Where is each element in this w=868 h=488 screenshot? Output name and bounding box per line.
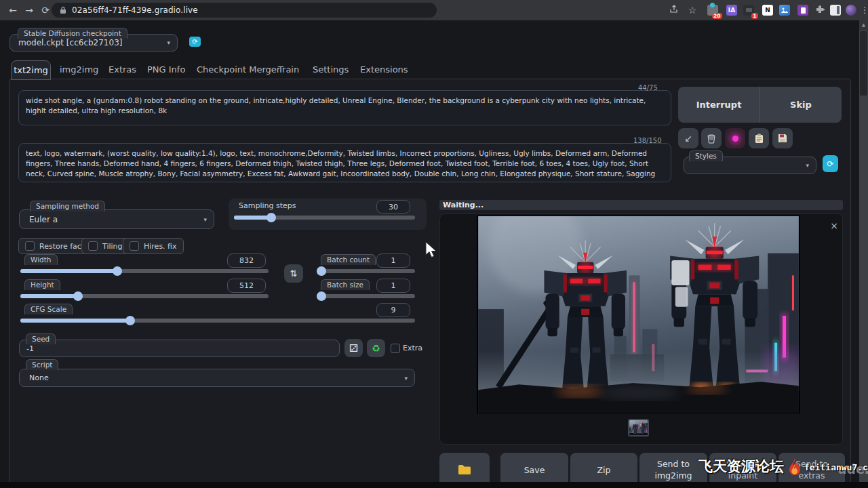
styles-label: Styles	[689, 150, 723, 161]
watermark-forum-text: 飞天资源论坛	[698, 457, 784, 476]
height-input[interactable]: 512	[227, 279, 266, 293]
sampling-steps-input[interactable]: 30	[376, 200, 410, 214]
scroll-up-icon[interactable]: ▲	[859, 20, 868, 30]
seed-extra-checkbox[interactable]	[391, 344, 400, 353]
tiling-label: Tiling	[102, 242, 123, 251]
sampling-steps-slider[interactable]	[234, 216, 415, 220]
extensions-puzzle-icon[interactable]	[814, 5, 825, 16]
save-style-button[interactable]	[772, 128, 793, 148]
width-slider[interactable]	[20, 269, 269, 273]
tab-extensions[interactable]: Extensions	[360, 64, 408, 75]
extension-image-icon[interactable]	[779, 5, 790, 16]
tab-extras[interactable]: Extras	[108, 64, 136, 75]
recycle-icon: ♻	[372, 343, 380, 354]
trash-icon	[707, 134, 716, 144]
slider-thumb[interactable]	[317, 266, 326, 276]
negative-token-counter: 138/150	[633, 137, 662, 144]
tab-checkpoint-merger[interactable]: Checkpoint Merger	[197, 64, 280, 75]
extension-ia-icon[interactable]: IA	[726, 5, 737, 16]
gallery-thumbnail[interactable]	[628, 419, 649, 436]
styles-refresh-button[interactable]: ⟳	[823, 155, 838, 172]
profile-avatar[interactable]	[846, 5, 856, 16]
slider-thumb[interactable]	[73, 291, 83, 301]
floppy-icon	[778, 134, 787, 143]
apply-style-button[interactable]	[749, 128, 769, 148]
tab-train[interactable]: Train	[278, 64, 299, 75]
generated-image[interactable]	[477, 216, 800, 413]
tiling-checkbox[interactable]	[88, 241, 98, 251]
screen: ← → ⟳ 02a56ff4-71ff-439e.gradio.live ☆ 2…	[0, 0, 868, 488]
tab-png-info[interactable]: PNG Info	[147, 64, 185, 75]
extra-networks-button[interactable]	[725, 128, 745, 148]
reuse-seed-button[interactable]: ♻	[367, 339, 385, 357]
checkpoint-value: model.ckpt [cc6cb27103]	[18, 38, 122, 47]
negative-prompt-input[interactable]: text, logo, watermark, (worst quality, l…	[18, 143, 671, 182]
progress-status-text: Waiting...	[443, 201, 484, 209]
prompt-input[interactable]: wide shot angle, a (gundam:0.8) robot st…	[18, 90, 671, 125]
slider-thumb[interactable]	[317, 291, 326, 301]
close-icon[interactable]: ×	[829, 220, 840, 231]
bookmark-star-icon[interactable]: ☆	[685, 3, 700, 18]
sampling-method-dropdown[interactable]: Euler a ▾	[19, 209, 214, 229]
prompt-token-counter: 44/75	[638, 84, 658, 92]
overflow-menu-icon[interactable]: ⋮	[857, 3, 868, 18]
restore-faces-checkbox[interactable]	[25, 241, 35, 251]
height-slider[interactable]	[20, 294, 269, 298]
back-icon[interactable]: ←	[5, 3, 20, 18]
tab-settings[interactable]: Settings	[313, 64, 349, 75]
extension-notion-icon[interactable]: N	[762, 5, 773, 16]
refresh-icon: ⟳	[192, 38, 197, 45]
width-input[interactable]: 832	[227, 253, 266, 268]
checkpoint-refresh-button[interactable]: ⟳	[189, 37, 201, 47]
slider-thumb[interactable]	[267, 213, 276, 222]
seed-value: -1	[26, 344, 34, 353]
chevron-down-icon: ▾	[167, 39, 170, 46]
browser-toolbar: ← → ⟳ 02a56ff4-71ff-439e.gradio.live ☆ 2…	[0, 0, 868, 20]
share-icon[interactable]	[667, 3, 682, 18]
extension-pin-badge: 20	[712, 13, 722, 19]
cfg-scale-label: CFG Scale	[24, 304, 73, 314]
seed-input[interactable]: -1	[19, 340, 340, 357]
batch-size-slider[interactable]	[317, 294, 415, 298]
generate-button-group: Interrupt Skip	[678, 87, 842, 123]
clear-prompt-button[interactable]	[701, 128, 722, 148]
height-label: Height	[24, 279, 60, 290]
folder-icon	[458, 464, 471, 475]
script-dropdown[interactable]: None ▾	[19, 369, 415, 387]
url-text: 02a56ff4-71ff-439e.gradio.live	[72, 5, 198, 15]
batch-count-slider[interactable]	[317, 269, 415, 273]
interrupt-button[interactable]: Interrupt	[678, 87, 760, 123]
tab-txt2img[interactable]: txt2img	[11, 60, 51, 80]
lock-icon	[60, 6, 66, 14]
scrollbar-thumb[interactable]	[860, 31, 867, 96]
tiling-option[interactable]: Tiling	[81, 238, 130, 254]
chevron-down-icon: ▾	[404, 375, 408, 382]
hires-fix-label: Hires. fix	[144, 242, 177, 251]
chevron-down-icon: ▾	[806, 162, 809, 169]
address-bar[interactable]: 02a56ff4-71ff-439e.gradio.live	[52, 3, 437, 18]
seed-label: Seed	[26, 333, 56, 344]
batch-size-input[interactable]: 1	[376, 279, 410, 293]
clipboard-icon	[755, 134, 764, 144]
random-seed-button[interactable]: ⚂	[344, 339, 363, 357]
slider-thumb[interactable]	[113, 266, 122, 276]
hires-fix-checkbox[interactable]	[130, 241, 139, 251]
hires-fix-option[interactable]: Hires. fix	[123, 238, 184, 254]
extension-onenote-icon[interactable]	[797, 5, 808, 16]
paste-params-button[interactable]: ↙	[678, 128, 698, 148]
extension-pin-icon[interactable]: 20	[707, 5, 718, 16]
forward-icon[interactable]: →	[22, 3, 37, 18]
paste-arrow-icon: ↙	[684, 133, 692, 144]
cfg-scale-slider[interactable]	[20, 319, 415, 323]
skip-button[interactable]: Skip	[760, 87, 842, 123]
reload-icon[interactable]: ⟳	[38, 3, 53, 18]
sidepanel-icon[interactable]	[830, 5, 841, 16]
extension-capture-icon[interactable]: 1	[743, 5, 754, 16]
swap-icon: ⇅	[290, 268, 298, 279]
batch-count-input[interactable]: 1	[376, 253, 410, 268]
batch-size-label: Batch size	[321, 279, 370, 290]
swap-dimensions-button[interactable]: ⇅	[284, 264, 303, 283]
cfg-scale-input[interactable]: 9	[376, 303, 410, 317]
tab-img2img[interactable]: img2img	[60, 64, 98, 75]
slider-thumb[interactable]	[125, 316, 135, 325]
